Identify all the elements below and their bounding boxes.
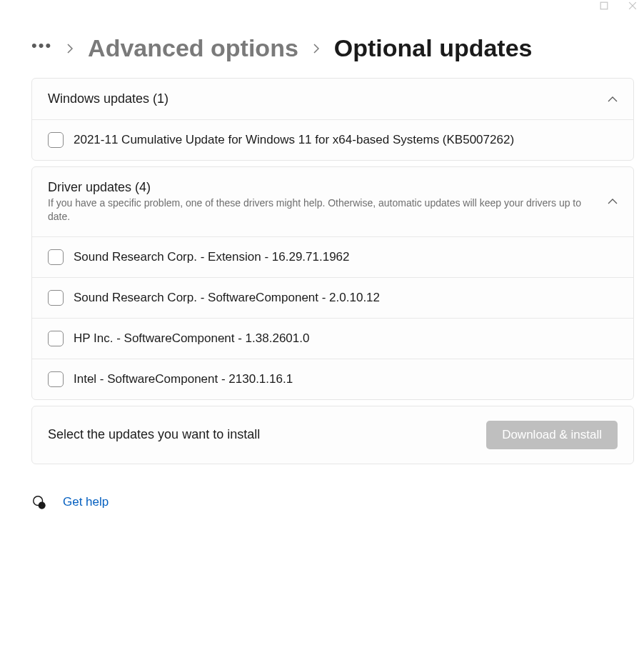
checkbox[interactable]: [48, 249, 64, 265]
action-prompt: Select the updates you want to install: [48, 427, 486, 442]
update-item[interactable]: Sound Research Corp. - SoftwareComponent…: [32, 277, 633, 318]
chevron-right-icon: [65, 44, 75, 54]
update-label: HP Inc. - SoftwareComponent - 1.38.2601.…: [74, 331, 309, 346]
breadcrumb-more-button[interactable]: •••: [31, 38, 52, 59]
close-icon[interactable]: [628, 0, 637, 13]
update-label: Intel - SoftwareComponent - 2130.1.16.1: [74, 372, 293, 386]
help-icon: ?: [31, 494, 47, 510]
chevron-right-icon: [311, 44, 321, 54]
checkbox[interactable]: [48, 132, 64, 148]
chevron-up-icon: [608, 195, 618, 208]
download-install-button[interactable]: Download & install: [486, 421, 618, 449]
update-item[interactable]: Intel - SoftwareComponent - 2130.1.16.1: [32, 359, 633, 399]
update-label: 2021-11 Cumulative Update for Windows 11…: [74, 133, 514, 147]
svg-rect-0: [600, 2, 608, 9]
checkbox[interactable]: [48, 371, 64, 387]
get-help-link[interactable]: Get help: [63, 495, 109, 509]
update-item[interactable]: HP Inc. - SoftwareComponent - 1.38.2601.…: [32, 318, 633, 359]
breadcrumb-advanced-options[interactable]: Advanced options: [88, 34, 298, 62]
windows-updates-section: Windows updates (1) 2021-11 Cumulative U…: [31, 78, 634, 161]
page-title: Optional updates: [334, 34, 533, 62]
checkbox[interactable]: [48, 331, 64, 346]
section-title: Windows updates (1): [48, 91, 608, 106]
section-subtitle: If you have a specific problem, one of t…: [48, 196, 608, 224]
action-bar: Select the updates you want to install D…: [31, 406, 634, 464]
driver-updates-section: Driver updates (4) If you have a specifi…: [31, 166, 634, 400]
svg-text:?: ?: [41, 502, 43, 509]
checkbox[interactable]: [48, 290, 64, 306]
driver-updates-toggle[interactable]: Driver updates (4) If you have a specifi…: [32, 167, 633, 236]
update-label: Sound Research Corp. - Extension - 16.29…: [74, 250, 350, 264]
section-title: Driver updates (4): [48, 180, 608, 195]
update-label: Sound Research Corp. - SoftwareComponent…: [74, 291, 380, 305]
breadcrumb: ••• Advanced options Optional updates: [31, 34, 634, 62]
windows-updates-toggle[interactable]: Windows updates (1): [32, 79, 633, 119]
maximize-icon[interactable]: [600, 0, 608, 13]
update-item[interactable]: 2021-11 Cumulative Update for Windows 11…: [32, 119, 633, 160]
update-item[interactable]: Sound Research Corp. - Extension - 16.29…: [32, 236, 633, 277]
chevron-up-icon: [608, 93, 618, 106]
